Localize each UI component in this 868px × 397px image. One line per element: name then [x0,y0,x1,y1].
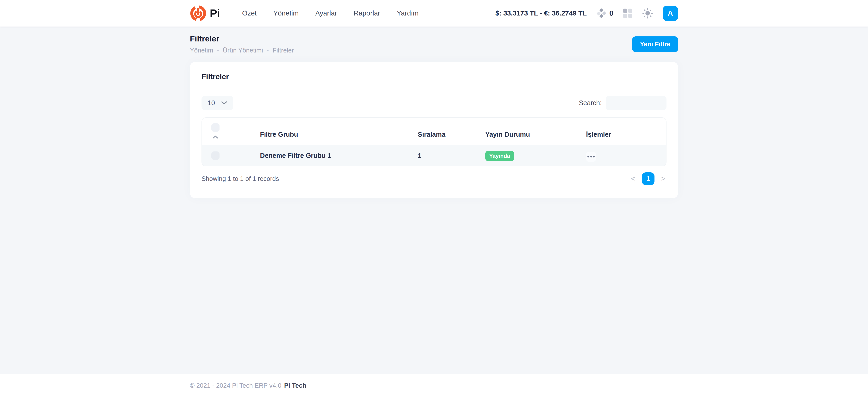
search-label: Search: [579,99,602,107]
search-input[interactable] [606,96,666,110]
ellipsis-dot [587,156,589,158]
currency-rates: $: 33.3173 TL - €: 36.2749 TL [495,9,587,17]
header-siralama: Sıralama [418,131,485,139]
navbar-container: Pi Özet Yönetim Ayarlar Raporlar Yardım … [190,0,678,27]
card-title: Filtreler [202,72,666,81]
row-checkbox[interactable] [211,152,220,160]
header-select-column [202,123,260,139]
sort-asc-icon[interactable] [212,135,218,139]
footer-container: © 2021 - 2024 Pi Tech ERP v4.0 Pi Tech [190,382,678,389]
nav-item-yardim[interactable]: Yardım [397,9,418,17]
nav-item-ayarlar[interactable]: Ayarlar [315,9,337,17]
table-header-row: Filtre Grubu Sıralama Yayın Durumu İşlem… [202,118,666,145]
cell-actions [586,150,666,162]
notifications-button[interactable]: 0 [596,8,613,19]
search-area: Search: [579,96,666,110]
table-row: Deneme Filtre Grubu 1 1 Yayında [202,145,666,166]
row-actions-ellipsis-button[interactable] [586,152,596,162]
select-all-checkbox[interactable] [211,123,220,132]
breadcrumb-item-filtreler[interactable]: Filtreler [273,47,294,54]
filters-table: Filtre Grubu Sıralama Yayın Durumu İşlem… [202,118,666,166]
showing-records-text: Showing 1 to 1 of 1 records [202,175,279,183]
cell-status: Yayında [485,150,586,161]
pagination-next-button[interactable]: > [660,174,666,184]
ellipsis-dot [590,156,592,158]
table-footer: Showing 1 to 1 of 1 records < 1 > [202,172,666,185]
pi-logo-icon [190,5,207,22]
table-toolbar: 10 Search: [202,96,666,110]
breadcrumb-separator: - [217,47,219,54]
chevron-down-icon [221,101,227,105]
brand-name: Pi [210,7,220,20]
app: Pi Özet Yönetim Ayarlar Raporlar Yardım … [0,0,868,397]
header-islemler: İşlemler [586,131,666,139]
top-navbar: Pi Özet Yönetim Ayarlar Raporlar Yardım … [0,0,868,27]
new-filter-button[interactable]: Yeni Filtre [632,36,678,52]
pagination-page-1-button[interactable]: 1 [642,172,655,185]
header-filtre-grubu: Filtre Grubu [260,131,418,139]
diamonds-icon [596,8,607,19]
breadcrumb: Yönetim - Ürün Yönetimi - Filtreler [190,47,294,54]
site-footer: © 2021 - 2024 Pi Tech ERP v4.0 Pi Tech [0,374,868,397]
main-content: Filtreler Yönetim - Ürün Yönetimi - Filt… [0,27,868,374]
filters-card: Filtreler 10 Search: [190,62,678,198]
header-yayin-durumu: Yayın Durumu [485,131,586,139]
theme-sun-icon[interactable] [642,8,653,19]
brand-logo[interactable]: Pi [190,5,220,22]
nav-item-yonetim[interactable]: Yönetim [273,9,299,17]
pagination: < 1 > [630,172,666,185]
row-select-column [202,152,260,160]
copyright-text: © 2021 - 2024 Pi Tech ERP v4.0 [190,382,281,389]
ellipsis-dot [593,156,595,158]
page-header: Filtreler Yönetim - Ürün Yönetimi - Filt… [190,27,678,54]
page-size-value: 10 [208,99,215,107]
pagination-prev-button[interactable]: < [630,174,636,184]
cell-filter-group: Deneme Filtre Grubu 1 [260,152,418,159]
page: Pi Özet Yönetim Ayarlar Raporlar Yardım … [0,0,868,397]
company-link[interactable]: Pi Tech [284,382,306,389]
status-badge: Yayında [485,151,514,161]
main-nav: Özet Yönetim Ayarlar Raporlar Yardım [242,9,418,17]
cell-order: 1 [418,152,485,159]
nav-item-raporlar[interactable]: Raporlar [353,9,380,17]
notification-count: 0 [609,9,613,18]
page-title: Filtreler [190,34,294,43]
breadcrumb-item-yonetim[interactable]: Yönetim [190,47,213,54]
breadcrumb-separator: - [267,47,269,54]
navbar-right: $: 33.3173 TL - €: 36.2749 TL 0 [495,6,678,21]
page-size-select[interactable]: 10 [202,96,233,110]
page-header-left: Filtreler Yönetim - Ürün Yönetimi - Filt… [190,34,294,54]
breadcrumb-item-urun-yonetimi[interactable]: Ürün Yönetimi [223,47,263,54]
user-avatar[interactable]: A [662,6,678,21]
nav-item-ozet[interactable]: Özet [242,9,256,17]
apps-grid-icon[interactable] [623,8,632,18]
